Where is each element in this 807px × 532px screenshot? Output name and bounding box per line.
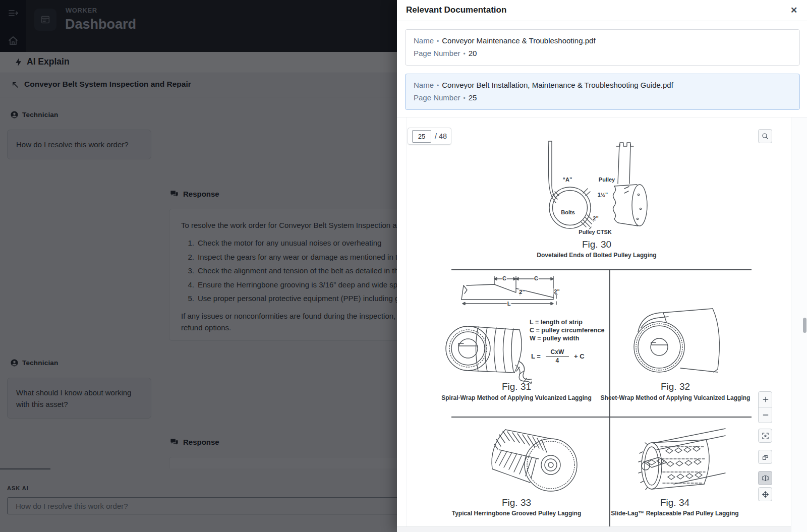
zoom-in-button[interactable] — [759, 392, 772, 407]
pdf-viewer: “A” Pulley 1½" Bolts 2" Pulley CTSK Fig.… — [397, 117, 807, 532]
zoom-out-button[interactable] — [759, 407, 772, 423]
fig32-title: Fig. 32 — [661, 381, 690, 392]
pan-move-icon — [762, 491, 769, 498]
fig30-label-bolts: Bolts — [560, 209, 575, 215]
fig31-label-c1: C — [502, 275, 507, 281]
fig34-title: Fig. 34 — [660, 497, 689, 508]
doc-page-line: Page Number•20 — [414, 47, 791, 60]
page-total: / 48 — [435, 132, 447, 140]
fig32-caption: Sheet-Wrap Method of Applying Vulcanized… — [601, 394, 751, 401]
screen: WORKER Dashboard AI Explain Conveyor Bel… — [0, 0, 807, 532]
doc-name-value: Conveyor Belt Installation, Maintenance … — [442, 81, 673, 89]
formula-denominator: 4 — [556, 357, 559, 364]
formula-numerator: CxW — [551, 348, 564, 356]
plus-icon — [762, 396, 769, 403]
doc-name-value: Conveyor Maintenance & Troubleshooting.p… — [442, 36, 595, 45]
viewer-scrollbar-thumb[interactable] — [803, 318, 806, 333]
zoom-controls — [758, 391, 772, 423]
doc-page-label: Page Number — [414, 49, 460, 57]
fraction-bar — [546, 356, 569, 357]
fig33-title: Fig. 33 — [502, 497, 531, 508]
fit-screen-icon — [762, 432, 769, 440]
fig31-label-2a: 2" — [518, 289, 525, 295]
rotate-icon — [762, 453, 769, 461]
fig31-label-2b: 2" — [553, 288, 560, 294]
fig34-caption: Slide-Lag™ Replaceable Pad Pulley Laggin… — [611, 510, 738, 517]
fig31-formula: L = CxW 4 + C — [531, 348, 585, 364]
legend-line-2: C = pulley circumference — [530, 326, 604, 334]
document-card-selected[interactable]: Name•Conveyor Belt Installation, Mainten… — [405, 74, 800, 110]
close-icon[interactable]: ✕ — [787, 4, 801, 18]
fit-to-screen-button[interactable] — [758, 429, 772, 443]
doc-name-label: Name — [414, 81, 434, 89]
fig30-label-1half: 1½" — [597, 192, 609, 198]
separator-dot: • — [437, 38, 439, 45]
panel-header: Relevant Documentation ✕ — [397, 0, 807, 21]
panel-title: Relevant Documentation — [406, 5, 506, 15]
page-number-input[interactable] — [412, 130, 431, 143]
select-text-button[interactable] — [758, 471, 772, 485]
minus-icon — [762, 411, 769, 419]
gutter-divider — [791, 117, 791, 532]
doc-page-value: 25 — [469, 93, 477, 102]
separator-dot: • — [464, 50, 466, 57]
fig33-drawing — [479, 426, 580, 496]
formula-tail: + C — [574, 352, 585, 360]
fig30-drawing — [535, 138, 661, 239]
fig30-label-pulley: Pulley — [598, 176, 615, 183]
relevant-documentation-panel: Relevant Documentation ✕ Name•Conveyor M… — [397, 0, 807, 532]
doc-name-line: Name•Conveyor Belt Installation, Mainten… — [414, 79, 791, 92]
fig30-caption: Dovetailed Ends of Bolted Pulley Lagging — [537, 252, 656, 259]
page-edge — [407, 117, 407, 526]
doc-page-value: 20 — [469, 49, 477, 57]
document-card[interactable]: Name•Conveyor Maintenance & Troubleshoot… — [405, 29, 800, 66]
fig30-label-ctsk: Pulley CTSK — [578, 229, 612, 235]
fig31-roller-drawing — [444, 311, 532, 384]
fig31-label-l: L — [507, 301, 511, 307]
formula-lhs: L = — [531, 352, 541, 360]
fig32-drawing — [628, 301, 726, 376]
fig31-caption: Spiral-Wrap Method of Applying Vulcanize… — [441, 394, 592, 401]
legend-line-1: L = length of strip — [530, 318, 604, 326]
search-icon — [761, 132, 769, 140]
rotate-button[interactable] — [758, 450, 772, 464]
fig30-title: Fig. 30 — [582, 239, 611, 250]
legend-line-3: W = pulley width — [530, 334, 604, 342]
separator-dot: • — [464, 95, 466, 102]
page-number-control: / 48 — [408, 128, 451, 145]
formula-fraction: CxW 4 — [546, 348, 569, 364]
doc-name-line: Name•Conveyor Maintenance & Troubleshoot… — [414, 35, 791, 47]
doc-name-label: Name — [414, 36, 434, 45]
pan-button[interactable] — [758, 487, 772, 501]
doc-page-line: Page Number•25 — [414, 92, 791, 104]
table-rule-middle — [451, 417, 752, 418]
text-select-icon — [762, 475, 769, 482]
fig30-label-a: “A” — [562, 176, 573, 183]
fig31-title: Fig. 31 — [502, 381, 531, 392]
doc-page-label: Page Number — [414, 93, 460, 102]
fig30-label-2in: 2" — [592, 215, 599, 221]
fig33-caption: Typical Herringbone Grooved Pulley Laggi… — [452, 510, 581, 517]
viewer-bottom-strip — [397, 526, 791, 532]
search-button[interactable] — [758, 129, 772, 143]
fig34-drawing — [625, 426, 726, 496]
fig31-label-c2: C — [534, 275, 539, 281]
fig31-legend: L = length of strip C = pulley circumfer… — [530, 318, 604, 342]
separator-dot: • — [437, 82, 439, 89]
